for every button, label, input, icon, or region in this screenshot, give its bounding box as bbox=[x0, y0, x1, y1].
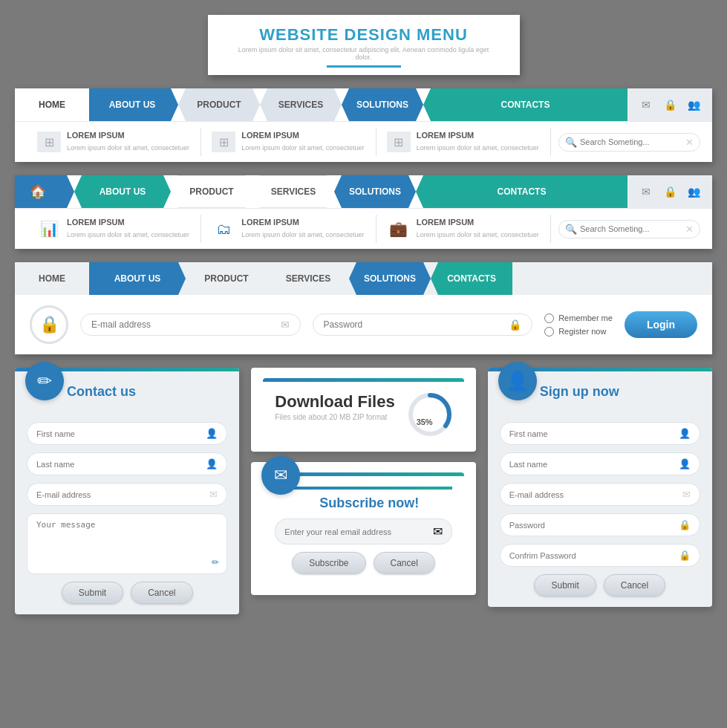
signup-panel-icon: 👤 bbox=[498, 362, 537, 400]
contact-lastname-wrapper[interactable]: 👤 bbox=[27, 452, 227, 475]
mid-panel: Download Files Files side about 20 MB ZI… bbox=[251, 368, 475, 595]
contact-message[interactable] bbox=[36, 520, 218, 565]
bottom-panels: ✏ Contact us 👤 👤 ✉ ✏ Submit Cancel bbox=[15, 368, 712, 614]
download-card: Download Files Files side about 20 MB ZI… bbox=[251, 368, 475, 452]
briefcase-icon: 💼 bbox=[387, 218, 411, 239]
nav2-lock-icon[interactable]: 🔒 bbox=[662, 183, 678, 200]
signup-submit-btn[interactable]: Submit bbox=[534, 574, 596, 597]
nav3-about[interactable]: ABOUT US bbox=[89, 262, 186, 295]
password-field[interactable] bbox=[324, 319, 509, 330]
edit-icon: ✏ bbox=[212, 557, 219, 568]
signup-confirm-password[interactable] bbox=[509, 551, 679, 560]
nav3-contacts[interactable]: CONTACTS bbox=[431, 262, 512, 295]
grid-icon-1: ⊞ bbox=[37, 131, 61, 152]
nav1-services[interactable]: SERVICES bbox=[260, 88, 342, 121]
register-now-radio[interactable] bbox=[544, 327, 554, 337]
contact-panel-title: Contact us bbox=[67, 384, 136, 400]
search-box-2[interactable]: 🔍 ✕ bbox=[558, 220, 700, 238]
navbar-3: HOME ABOUT US PRODUCT SERVICES SOLUTIONS… bbox=[15, 262, 712, 354]
contact-email[interactable] bbox=[36, 490, 209, 499]
signup-email[interactable] bbox=[509, 490, 682, 499]
nav1-contacts[interactable]: CONTACTS bbox=[423, 88, 627, 121]
nav2-services[interactable]: SERVICES bbox=[252, 175, 334, 208]
nav1-about[interactable]: ABOUT US bbox=[89, 88, 178, 121]
signup-cancel-btn[interactable]: Cancel bbox=[604, 574, 665, 597]
signup-lastname[interactable] bbox=[509, 460, 679, 469]
search-input-1[interactable] bbox=[580, 137, 682, 146]
progress-circle: 35% bbox=[408, 392, 452, 437]
signup-password-wrapper[interactable]: 🔒 bbox=[500, 513, 700, 536]
signup-confirm-wrapper[interactable]: 🔒 bbox=[500, 544, 700, 567]
users-icon[interactable]: 👥 bbox=[685, 97, 702, 113]
password-lock-icon: 🔒 bbox=[509, 319, 521, 331]
email-icon: ✉ bbox=[281, 319, 290, 331]
contact-message-wrapper[interactable]: ✏ bbox=[27, 513, 227, 574]
signup-email-wrapper[interactable]: ✉ bbox=[500, 483, 700, 506]
password-input-wrapper[interactable]: 🔒 bbox=[313, 313, 533, 336]
subscribe-email-wrapper[interactable]: ✉ bbox=[275, 519, 451, 545]
signup-lastname-wrapper[interactable]: 👤 bbox=[500, 452, 700, 475]
clear-icon-1[interactable]: ✕ bbox=[685, 137, 694, 148]
subnav-1: ⊞ LOREM IPSUM Lorem ipsum dolor sit amet… bbox=[15, 121, 712, 162]
nav3-product[interactable]: PRODUCT bbox=[186, 262, 267, 295]
contact-firstname[interactable] bbox=[36, 429, 206, 438]
contact-panel-icon: ✏ bbox=[25, 362, 64, 400]
remember-me-radio[interactable] bbox=[544, 313, 554, 323]
nav2-users-icon[interactable]: 👥 bbox=[685, 183, 702, 200]
nav2-solutions[interactable]: SOLUTIONS bbox=[334, 175, 416, 208]
remember-me-option[interactable]: Remember me bbox=[544, 313, 613, 323]
signup-firstname[interactable] bbox=[509, 429, 679, 438]
subscribe-email[interactable] bbox=[284, 527, 432, 536]
nav2-about[interactable]: ABOUT US bbox=[74, 175, 171, 208]
clear-icon-2[interactable]: ✕ bbox=[685, 224, 694, 235]
lock-icon[interactable]: 🔒 bbox=[662, 97, 678, 113]
contact-panel-header: ✏ Contact us bbox=[15, 371, 239, 412]
signup-panel-header: 👤 Sign up now bbox=[488, 371, 712, 412]
nav2-contacts[interactable]: CONTACTS bbox=[416, 175, 627, 208]
grid-icon-2: ⊞ bbox=[212, 131, 235, 152]
contact-submit-btn[interactable]: Submit bbox=[62, 582, 123, 604]
nav1-solutions[interactable]: SOLUTIONS bbox=[342, 88, 423, 121]
contact-lastname[interactable] bbox=[36, 460, 206, 469]
search-input-2[interactable] bbox=[580, 224, 682, 233]
email-input-wrapper[interactable]: ✉ bbox=[80, 313, 301, 336]
subscribe-cancel-btn[interactable]: Cancel bbox=[374, 552, 435, 574]
contact-panel: ✏ Contact us 👤 👤 ✉ ✏ Submit Cancel bbox=[15, 368, 239, 614]
nav3-home[interactable]: HOME bbox=[15, 262, 89, 295]
nav2-mail-icon[interactable]: ✉ bbox=[638, 183, 654, 200]
subnav2-item-2: 🗂 LOREM IPSUM Lorem ipsum dolor sit amet… bbox=[201, 215, 376, 243]
nav2-home[interactable]: 🏠 bbox=[15, 175, 74, 208]
grid-icon-3: ⊞ bbox=[387, 131, 411, 152]
signup-lock-icon: 🔒 bbox=[679, 519, 691, 530]
subnav-item-3: ⊞ LOREM IPSUM Lorem ipsum dolor sit amet… bbox=[376, 128, 551, 156]
nav2-product[interactable]: PRODUCT bbox=[171, 175, 252, 208]
register-now-option[interactable]: Register now bbox=[544, 327, 613, 337]
email-field[interactable] bbox=[91, 319, 281, 330]
signup-password[interactable] bbox=[509, 521, 679, 530]
subnav-item-1: ⊞ LOREM IPSUM Lorem ipsum dolor sit amet… bbox=[27, 128, 201, 156]
login-button[interactable]: Login bbox=[625, 311, 697, 338]
subscribe-card: ✉ Subscribe now! ✉ Subscribe Cancel bbox=[251, 462, 475, 595]
subnav-item-2: ⊞ LOREM IPSUM Lorem ipsum dolor sit amet… bbox=[201, 128, 376, 156]
nav3-solutions[interactable]: SOLUTIONS bbox=[349, 262, 431, 295]
search-box-1[interactable]: 🔍 ✕ bbox=[558, 133, 700, 152]
signup-firstname-wrapper[interactable]: 👤 bbox=[500, 422, 700, 445]
nav1-home[interactable]: HOME bbox=[15, 88, 89, 121]
search-icon-2: 🔍 bbox=[565, 224, 577, 235]
signup-confirm-lock-icon: 🔒 bbox=[679, 550, 691, 561]
mail-icon[interactable]: ✉ bbox=[638, 97, 654, 113]
page-title: WEBSITE DESIGN MENU bbox=[230, 25, 498, 45]
login-lock-icon: 🔒 bbox=[30, 305, 68, 344]
signup-email-icon: ✉ bbox=[682, 489, 691, 500]
contact-cancel-btn[interactable]: Cancel bbox=[131, 582, 192, 604]
subnav2-item-3: 💼 LOREM IPSUM Lorem ipsum dolor sit amet… bbox=[376, 215, 551, 243]
title-subtitle: Lorem ipsum dolor sit amet, consectetur … bbox=[230, 46, 498, 61]
contact-firstname-wrapper[interactable]: 👤 bbox=[27, 422, 227, 445]
login-row: 🔒 ✉ 🔒 Remember me Register now Login bbox=[15, 295, 712, 354]
nav3-services[interactable]: SERVICES bbox=[267, 262, 349, 295]
subscribe-btn[interactable]: Subscribe bbox=[292, 552, 365, 574]
navbar-1: HOME ABOUT US PRODUCT SERVICES SOLUTIONS… bbox=[15, 88, 712, 162]
contact-email-wrapper[interactable]: ✉ bbox=[27, 483, 227, 506]
nav1-product[interactable]: PRODUCT bbox=[178, 88, 260, 121]
subscribe-email-icon: ✉ bbox=[433, 524, 443, 539]
